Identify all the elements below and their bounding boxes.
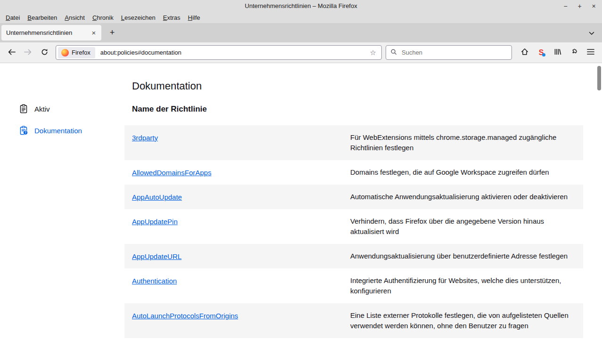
sidebar-item-dokumentation[interactable]: ? Dokumentation — [0, 120, 124, 141]
url-input[interactable] — [99, 49, 363, 57]
table-row: AppUpdatePin Verhindern, dass Firefox üb… — [124, 209, 583, 244]
table-row: AppUpdateURL Anwendungsaktualisierung üb… — [124, 244, 583, 268]
search-bar[interactable] — [386, 45, 512, 60]
policy-description: Anwendungsaktualisierung über benutzerde… — [350, 251, 576, 261]
policy-description: Verhindern, dass Firefox über die angege… — [350, 216, 576, 237]
table-row: AutoLaunchProtocolsFromOrigins Eine List… — [124, 303, 583, 338]
site-identity-label: Firefox — [72, 49, 91, 56]
menu-bearbeiten[interactable]: Bearbeiten — [24, 13, 61, 22]
page-content: Aktiv ? Dokumentation Dokumentation Name… — [0, 63, 602, 364]
policy-link[interactable]: AppUpdateURL — [132, 252, 181, 260]
search-icon — [390, 49, 397, 57]
sidebar-item-aktiv[interactable]: Aktiv — [0, 98, 124, 120]
table-row: AllowedDomainsForApps Domains festlegen,… — [124, 160, 583, 185]
url-bar[interactable]: Firefox ☆ — [56, 45, 382, 60]
table-row: AppAutoUpdate Automatische Anwendungsakt… — [124, 185, 583, 209]
menu-chronik[interactable]: Chronik — [89, 13, 117, 22]
tab-close-icon[interactable]: × — [89, 28, 99, 38]
extensions-button[interactable] — [567, 46, 582, 60]
bookmark-star-icon[interactable]: ☆ — [368, 49, 379, 57]
maximize-button[interactable]: + — [576, 2, 583, 10]
vertical-scrollbar[interactable] — [597, 66, 601, 90]
window-title: Unternehmensrichtlinien – Mozilla Firefo… — [245, 2, 357, 9]
policy-description: Automatische Anwendungsaktualisierung ak… — [350, 192, 576, 202]
policy-link[interactable]: AppUpdatePin — [132, 218, 178, 226]
menu-extras[interactable]: Extras — [159, 13, 184, 22]
policy-link[interactable]: AppAutoUpdate — [132, 193, 182, 201]
policy-table: 3rdparty Für WebExtensions mittels chrom… — [124, 125, 583, 338]
policy-description: Domains festlegen, die auf Google Worksp… — [350, 167, 576, 178]
extension-s-icon: S — [539, 49, 544, 57]
extension-s-button[interactable]: S — [534, 46, 549, 60]
close-button[interactable]: × — [590, 2, 597, 10]
svg-text:?: ? — [25, 131, 26, 134]
column-header: Name der Richtlinie — [132, 105, 583, 114]
policy-description: Eine Liste externer Protokolle festlegen… — [350, 310, 576, 331]
sidebar-item-label: Aktiv — [34, 105, 50, 113]
reload-icon — [41, 49, 48, 57]
sidebar-item-label: Dokumentation — [34, 127, 82, 135]
titlebar: Unternehmensrichtlinien – Mozilla Firefo… — [0, 0, 602, 12]
policy-description: Integrierte Authentifizierung für Websit… — [350, 275, 576, 296]
table-row: Authentication Integrierte Authentifizie… — [124, 268, 583, 303]
policies-sidebar: Aktiv ? Dokumentation — [0, 63, 124, 364]
chevron-down-icon — [589, 29, 594, 37]
policy-description: Für WebExtensions mittels chrome.storage… — [350, 132, 576, 153]
clipboard-icon — [19, 104, 28, 113]
policy-link[interactable]: Authentication — [132, 277, 177, 285]
firefox-logo-icon — [61, 49, 69, 57]
library-button[interactable] — [550, 46, 565, 60]
navigation-toolbar: Firefox ☆ S — [0, 42, 602, 63]
minimize-button[interactable]: − — [562, 2, 569, 10]
home-icon — [520, 48, 529, 57]
tab-bar: Unternehmensrichtlinien × + — [0, 23, 602, 42]
home-button[interactable] — [517, 46, 532, 60]
policy-link[interactable]: AutoLaunchProtocolsFromOrigins — [132, 312, 238, 320]
app-menu-button[interactable] — [583, 46, 598, 60]
menu-hilfe[interactable]: Hilfe — [184, 13, 204, 22]
back-arrow-icon — [8, 48, 16, 57]
forward-button[interactable] — [20, 46, 35, 60]
table-row: 3rdparty Für WebExtensions mittels chrom… — [124, 125, 583, 160]
back-button[interactable] — [4, 46, 19, 60]
tab-unternehmensrichtlinien[interactable]: Unternehmensrichtlinien × — [1, 25, 101, 40]
search-input[interactable] — [401, 49, 507, 57]
reload-button[interactable] — [37, 46, 52, 60]
policy-link[interactable]: AllowedDomainsForApps — [132, 169, 211, 177]
library-icon — [554, 48, 561, 57]
documentation-panel: Dokumentation Name der Richtlinie 3rdpar… — [124, 63, 602, 364]
clipboard-question-icon: ? — [19, 126, 28, 135]
menu-datei[interactable]: Datei — [2, 13, 24, 22]
hamburger-menu-icon — [587, 49, 594, 57]
window-controls: − + × — [562, 0, 597, 12]
forward-arrow-icon — [24, 48, 32, 57]
page-title: Dokumentation — [132, 80, 583, 92]
tab-label: Unternehmensrichtlinien — [6, 29, 89, 36]
menu-lesezeichen[interactable]: Lesezeichen — [117, 13, 159, 22]
policy-link[interactable]: 3rdparty — [132, 134, 158, 142]
new-tab-button[interactable]: + — [105, 26, 119, 40]
list-all-tabs-button[interactable] — [585, 26, 598, 40]
puzzle-piece-icon — [570, 48, 578, 57]
menubar: Datei Bearbeiten Ansicht Chronik Lesezei… — [0, 12, 602, 23]
site-identity-badge[interactable]: Firefox — [58, 47, 95, 58]
menu-ansicht[interactable]: Ansicht — [61, 13, 89, 22]
